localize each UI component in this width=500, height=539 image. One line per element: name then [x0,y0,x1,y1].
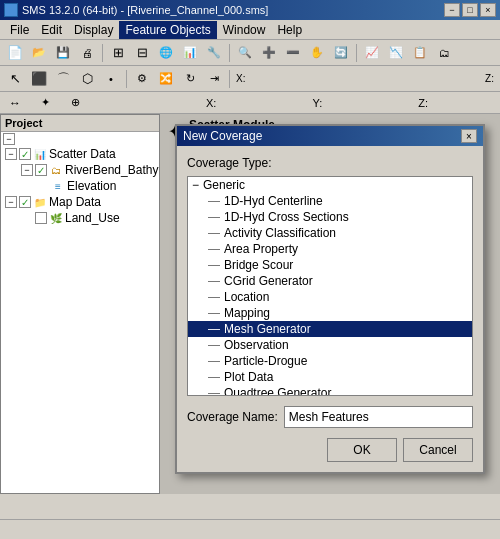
new-button[interactable]: 📄 [4,42,26,64]
dash-4: — [208,258,220,272]
scatter-data-label: Scatter Data [49,147,116,161]
ok-button[interactable]: OK [327,438,397,462]
open-button[interactable]: 📂 [28,42,50,64]
coverage-item-2[interactable]: — Activity Classification [188,225,472,241]
generic-toggle-icon: − [192,178,199,192]
tree-land-use[interactable]: 🌿 Land_Use [1,210,159,226]
y-coord-label: Y: [312,97,322,109]
riverbend-toggle[interactable]: − [21,164,33,176]
coverage-item-9[interactable]: — Observation [188,337,472,353]
icon-t3[interactable]: ↻ [179,68,201,90]
zoom-out[interactable]: ➖ [282,42,304,64]
icon-t2[interactable]: 🔀 [155,68,177,90]
maximize-button[interactable]: □ [462,3,478,17]
print-button[interactable]: 🖨 [76,42,98,64]
menu-edit[interactable]: Edit [35,21,68,39]
elevation-icon: ≡ [51,179,65,193]
dash-1: — [208,210,220,224]
node-btn[interactable]: ⬛ [28,68,50,90]
menu-feature-objects[interactable]: Feature Objects [119,21,216,39]
x-label: X: [234,73,247,84]
icon-btn-6[interactable]: 📉 [385,42,407,64]
save-button[interactable]: 💾 [52,42,74,64]
riverbend-label: RiverBend_Bathy [65,163,158,177]
map-data-toggle[interactable]: − [5,196,17,208]
coverage-item-11[interactable]: — Plot Data [188,369,472,385]
icon-t1[interactable]: ⚙ [131,68,153,90]
toolbar-1: 📄 📂 💾 🖨 ⊞ ⊟ 🌐 📊 🔧 🔍 ➕ ➖ ✋ 🔄 📈 📉 📋 🗂 [0,40,500,66]
point-btn[interactable]: • [100,68,122,90]
coverage-item-5[interactable]: — CGrid Generator [188,273,472,289]
title-bar: SMS 13.2.0 (64-bit) - [Riverine_Channel_… [0,0,500,20]
minimize-button[interactable]: − [444,3,460,17]
coverage-item-label-7: Mapping [224,306,270,320]
scatter-icon-btn[interactable]: ✦ [34,94,56,112]
land-use-checkbox[interactable] [35,212,47,224]
icon-btn-5[interactable]: 📈 [361,42,383,64]
coverage-list[interactable]: − Generic — 1D-Hyd Centerline — 1D-Hyd C… [187,176,473,396]
grid2-button[interactable]: ⊟ [131,42,153,64]
window-title: SMS 13.2.0 (64-bit) - [Riverine_Channel_… [22,4,268,16]
dash-2: — [208,226,220,240]
app-icon [4,3,18,17]
coord-btn[interactable]: ⊕ [64,94,86,112]
icon-btn-4[interactable]: 🔧 [203,42,225,64]
coverage-item-12[interactable]: — Quadtree Generator [188,385,472,396]
menu-display[interactable]: Display [68,21,119,39]
dash-10: — [208,354,220,368]
separator-4 [126,70,127,88]
coverage-item-1[interactable]: — 1D-Hyd Cross Sections [188,209,472,225]
coverage-item-label-0: 1D-Hyd Centerline [224,194,323,208]
toolbar-2: ↖ ⬛ ⌒ ⬡ • ⚙ 🔀 ↻ ⇥ X: Z: [0,66,500,92]
coverage-name-input[interactable] [284,406,473,428]
menu-file[interactable]: File [4,21,35,39]
coverage-item-label-10: Particle-Drogue [224,354,307,368]
arc-btn[interactable]: ⌒ [52,68,74,90]
close-button[interactable]: × [480,3,496,17]
zoom-in[interactable]: ➕ [258,42,280,64]
main-area: Project − − ✓ 📊 Scatter Data − ✓ 🗂 River… [0,114,500,494]
zoom-full[interactable]: 🔍 [234,42,256,64]
coverage-item-8[interactable]: — Mesh Generator [188,321,472,337]
dialog-close-button[interactable]: × [461,129,477,143]
project-panel-header: Project [1,115,159,132]
cancel-button[interactable]: Cancel [403,438,473,462]
icon-btn-3[interactable]: 📊 [179,42,201,64]
polygon-btn[interactable]: ⬡ [76,68,98,90]
coverage-item-label-11: Plot Data [224,370,273,384]
globe-button[interactable]: 🌐 [155,42,177,64]
icon-btn-7[interactable]: 📋 [409,42,431,64]
coverage-item-6[interactable]: — Location [188,289,472,305]
coverage-item-0[interactable]: — 1D-Hyd Centerline [188,193,472,209]
menu-window[interactable]: Window [217,21,272,39]
coverage-item-4[interactable]: — Bridge Scour [188,257,472,273]
tree-riverbend[interactable]: − ✓ 🗂 RiverBend_Bathy [1,162,159,178]
select-btn[interactable]: ↖ [4,68,26,90]
grid-button[interactable]: ⊞ [107,42,129,64]
project-panel: Project − − ✓ 📊 Scatter Data − ✓ 🗂 River… [0,114,160,494]
coverage-item-10[interactable]: — Particle-Drogue [188,353,472,369]
scatter-data-checkbox[interactable]: ✓ [19,148,31,160]
dialog-button-row: OK Cancel [187,438,473,462]
generic-group-header[interactable]: − Generic [188,177,472,193]
icon-btn-8[interactable]: 🗂 [433,42,455,64]
arrow-btn[interactable]: ↔ [4,94,26,112]
map-data-label: Map Data [49,195,101,209]
scatter-data-toggle[interactable]: − [5,148,17,160]
tree-scatter-data[interactable]: − ✓ 📊 Scatter Data [1,146,159,162]
tree-elevation[interactable]: ≡ Elevation [1,178,159,194]
rotate[interactable]: 🔄 [330,42,352,64]
coverage-type-label: Coverage Type: [187,156,473,170]
icon-t4[interactable]: ⇥ [203,68,225,90]
coverage-item-3[interactable]: — Area Property [188,241,472,257]
tree-map-data[interactable]: − ✓ 📁 Map Data [1,194,159,210]
elevation-label: Elevation [67,179,116,193]
pan[interactable]: ✋ [306,42,328,64]
coverage-item-7[interactable]: — Mapping [188,305,472,321]
riverbend-checkbox[interactable]: ✓ [35,164,47,176]
menu-help[interactable]: Help [271,21,308,39]
root-toggle[interactable]: − [3,133,15,145]
map-data-checkbox[interactable]: ✓ [19,196,31,208]
new-coverage-dialog: New Coverage × Coverage Type: − Generic [175,124,485,474]
dialog-title-bar: New Coverage × [177,126,483,146]
